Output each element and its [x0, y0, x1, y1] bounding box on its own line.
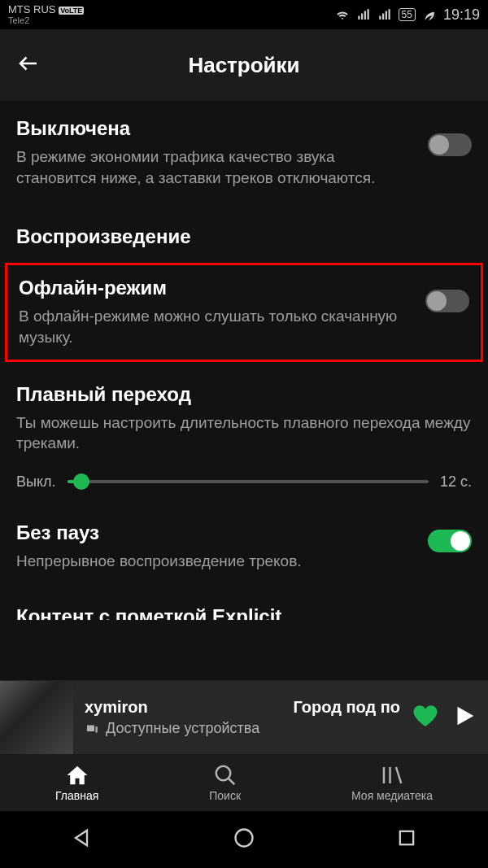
page-title: Настройки: [188, 53, 299, 78]
signal-icon: [356, 7, 371, 22]
track-label: Город под по: [293, 698, 400, 717]
nav-label: Моя медиатека: [351, 789, 433, 802]
artist-label: xymiron: [85, 698, 148, 717]
crossfade-slider-row: Выкл. 12 с.: [16, 473, 472, 491]
highlight-offline: Офлайн-режим В офлайн-режиме можно слуша…: [5, 263, 483, 361]
android-back-button[interactable]: [70, 827, 93, 853]
android-home-button[interactable]: [233, 827, 255, 853]
crossfade-slider[interactable]: [68, 480, 429, 483]
setting-title: Выключена: [16, 117, 472, 140]
carrier-label: MTS RUS: [8, 3, 56, 15]
setting-crossfade: Плавный переход Ты можешь настроить длит…: [16, 367, 472, 505]
setting-desc: В офлайн-режиме можно слушать только ска…: [19, 306, 469, 347]
arrow-left-icon: [16, 51, 41, 76]
nav-home[interactable]: Главная: [55, 763, 98, 802]
home-icon: [65, 763, 89, 787]
android-recent-button[interactable]: [395, 827, 418, 853]
search-icon: [213, 763, 237, 787]
setting-desc: В режиме экономии трафика качество звука…: [16, 146, 472, 188]
setting-desc: Ты можешь настроить длительность плавног…: [16, 412, 472, 454]
like-button[interactable]: [412, 702, 439, 733]
heart-icon: [412, 702, 439, 730]
setting-desc: Непрерывное воспроизведение треков.: [16, 551, 472, 572]
square-recent-icon: [395, 827, 418, 849]
android-nav: [0, 811, 488, 868]
leaf-icon: [422, 7, 437, 22]
svg-point-0: [216, 766, 230, 781]
play-icon: [451, 702, 478, 730]
settings-content: Выключена В режиме экономии трафика каче…: [0, 101, 488, 718]
data-saver-toggle[interactable]: [428, 133, 472, 156]
svg-point-1: [236, 830, 253, 847]
offline-toggle[interactable]: [425, 290, 469, 312]
setting-title: Без пауз: [16, 521, 472, 544]
app-header: Настройки: [0, 29, 488, 101]
devices-row[interactable]: Доступные устройства: [85, 720, 400, 737]
setting-title: Плавный переход: [16, 383, 472, 406]
play-button[interactable]: [451, 702, 478, 733]
triangle-back-icon: [70, 827, 93, 849]
now-playing-bar[interactable]: xymiron Город под по Доступные устройств…: [0, 681, 488, 754]
setting-offline: Офлайн-режим В офлайн-режиме можно слуша…: [19, 272, 469, 352]
slider-thumb[interactable]: [73, 473, 89, 490]
slider-max-label: 12 с.: [440, 473, 472, 491]
nav-search[interactable]: Поиск: [209, 763, 241, 802]
nav-library[interactable]: Моя медиатека: [351, 763, 433, 802]
status-bar: MTS RUS VoLTE Tele2 55 19:19: [0, 0, 488, 29]
devices-icon: [85, 722, 99, 736]
bottom-nav: Главная Поиск Моя медиатека: [0, 754, 488, 811]
volte-badge: VoLTE: [59, 7, 84, 15]
clock-label: 19:19: [443, 7, 480, 24]
subcarrier-label: Tele2: [8, 15, 84, 25]
nav-label: Главная: [55, 789, 98, 802]
slider-min-label: Выкл.: [16, 473, 56, 491]
devices-label: Доступные устройства: [106, 720, 259, 737]
battery-indicator: 55: [399, 8, 416, 21]
setting-gapless: Без пауз Непрерывное воспроизведение тре…: [16, 505, 472, 587]
setting-title: Офлайн-режим: [19, 277, 469, 299]
library-icon: [380, 763, 404, 787]
nav-label: Поиск: [209, 789, 241, 802]
circle-home-icon: [233, 827, 255, 849]
album-art: [0, 681, 73, 754]
svg-rect-2: [400, 831, 413, 844]
now-playing-info: xymiron Город под по Доступные устройств…: [85, 698, 400, 737]
wifi-icon: [335, 7, 350, 22]
setting-data-saver: Выключена В режиме экономии трафика каче…: [16, 101, 472, 203]
gapless-toggle[interactable]: [428, 530, 472, 552]
section-playback-header: Воспроизведение: [16, 203, 472, 258]
back-button[interactable]: [16, 51, 41, 79]
signal-icon-2: [377, 7, 392, 22]
setting-explicit-truncated: Контент с пометкой Explicit: [16, 586, 472, 620]
